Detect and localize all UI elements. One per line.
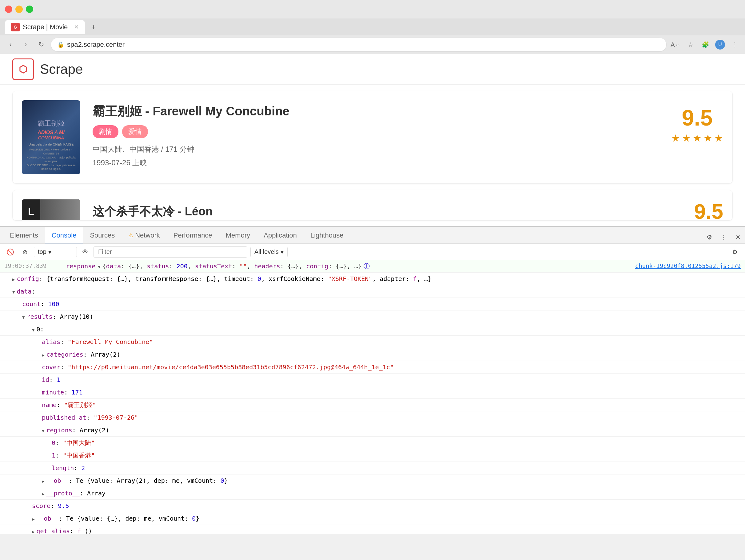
- address-bar: ‹ › ↻ 🔒 spa2.scrape.center A↔ ☆ 🧩 U ⋮: [0, 35, 745, 54]
- categories-key: categories: [46, 349, 83, 360]
- tab-close-button[interactable]: ✕: [74, 24, 79, 30]
- close-button[interactable]: [5, 5, 12, 13]
- console-filename[interactable]: chunk-19c920f8.012555a2.js:179: [635, 261, 741, 271]
- regions-expand-arrow[interactable]: [42, 425, 44, 435]
- movie-card-partial[interactable]: L 这个杀手不太冷 - Léon 9.5: [12, 190, 733, 221]
- translate-icon[interactable]: A↔: [671, 39, 681, 50]
- refresh-button[interactable]: ↻: [36, 39, 47, 50]
- context-selector[interactable]: top ▾: [34, 247, 77, 257]
- devtools-settings-icon[interactable]: ⚙: [702, 231, 716, 243]
- name-text: name: "霸王别姬": [42, 400, 96, 410]
- ob-regions-expand-arrow[interactable]: [42, 476, 44, 486]
- results-expand-arrow[interactable]: [22, 312, 25, 321]
- tab-network[interactable]: ⚠Network: [122, 227, 167, 244]
- proto-expand-arrow[interactable]: [42, 488, 44, 498]
- star-1: ★: [671, 132, 680, 144]
- cover-text: cover: "https://p0.meituan.net/movie/ce4…: [42, 362, 394, 372]
- regions-length-text: length: 2: [52, 463, 85, 473]
- score-text: score: 9.5: [32, 501, 69, 511]
- devtools-close-icon[interactable]: ✕: [731, 231, 745, 243]
- tab-performance[interactable]: Performance: [167, 227, 219, 244]
- traffic-lights: [5, 5, 33, 13]
- console-filter-input[interactable]: [94, 246, 247, 257]
- log-levels-selector[interactable]: All levels ▾: [250, 247, 288, 257]
- config-key: config: [17, 274, 39, 284]
- ob-item-line: __ob__: Te {value: {…}, dep: me, vmCount…: [0, 512, 745, 525]
- browser-window: G Scrape | Movie ✕ + ‹ › ↻ 🔒 spa2.scrape…: [0, 0, 745, 534]
- tab-console[interactable]: Console: [45, 227, 84, 244]
- star-2: ★: [682, 132, 691, 144]
- page-content: ⬡ Scrape 霸王别姬 ADIOS A MI CONCUBINA Una p…: [0, 54, 745, 226]
- results-key: results: [27, 312, 52, 321]
- profile-icon[interactable]: U: [715, 39, 725, 50]
- poster-image: [40, 199, 80, 221]
- filter-icon[interactable]: ⊘: [19, 246, 31, 258]
- item-0-expand-arrow[interactable]: [32, 324, 34, 334]
- ob-item-expand-arrow[interactable]: [32, 514, 34, 523]
- config-line: config: {transformRequest: {…}, transfor…: [0, 273, 745, 285]
- forward-button[interactable]: ›: [20, 39, 31, 50]
- eye-icon[interactable]: 👁: [80, 247, 91, 257]
- rating-partial: 9.5: [694, 199, 723, 221]
- movie-info-partial: 这个杀手不太冷 - Léon: [93, 199, 682, 219]
- star-4: ★: [704, 132, 712, 144]
- regions-colon: : Array(2): [72, 425, 109, 435]
- regions-length-line: length: 2: [0, 462, 745, 474]
- tab-memory[interactable]: Memory: [219, 227, 257, 244]
- movie-tags: 剧情 爱情: [93, 125, 659, 138]
- config-expand-arrow[interactable]: [12, 274, 15, 284]
- tab-elements[interactable]: Elements: [3, 227, 45, 244]
- results-colon: : Array(10): [53, 312, 93, 321]
- alias-line: alias: "Farewell My Concubine": [0, 336, 745, 348]
- console-toolbar: 🚫 ⊘ top ▾ 👁 All levels ▾ ⚙: [0, 244, 745, 260]
- score-line: score: 9.5: [0, 500, 745, 512]
- minimize-button[interactable]: [15, 5, 23, 13]
- item-0-line: 0:: [0, 323, 745, 336]
- config-colon: : {transformRequest: {…}, transformRespo…: [39, 274, 431, 284]
- console-response-line: 19:00:37.839 response {data: {…}, status…: [0, 260, 745, 273]
- active-tab[interactable]: G Scrape | Movie ✕: [5, 20, 85, 34]
- get-alias-text: get alias: f (): [36, 526, 92, 534]
- star-3: ★: [693, 132, 702, 144]
- devtools-more-icon[interactable]: ⋮: [716, 231, 731, 243]
- movie-date: 1993-07-26 上映: [93, 158, 659, 168]
- bookmark-icon[interactable]: ☆: [685, 39, 696, 50]
- movie-title-partial: 这个杀手不太冷 - Léon: [93, 202, 682, 219]
- address-field[interactable]: 🔒 spa2.scrape.center: [51, 38, 666, 52]
- site-header: ⬡ Scrape: [0, 54, 745, 85]
- new-tab-button[interactable]: +: [87, 21, 100, 33]
- console-settings-icon[interactable]: ⚙: [729, 246, 741, 258]
- categories-expand-arrow[interactable]: [42, 349, 44, 360]
- region-1-line: 1: "中国香港": [0, 449, 745, 462]
- minute-text: minute: 171: [42, 387, 83, 397]
- data-expand-arrow[interactable]: [12, 286, 15, 296]
- alias-text: alias: "Farewell My Concubine": [42, 337, 153, 347]
- id-text: id: 1: [42, 375, 60, 384]
- ob-item-text: __ob__: Te {value: {…}, dep: me, vmCount…: [36, 514, 199, 523]
- warning-icon: ⚠: [128, 232, 133, 239]
- levels-chevron-icon: ▾: [281, 248, 284, 256]
- title-bar: [0, 0, 745, 19]
- movie-poster: 霸王别姬 ADIOS A MI CONCUBINA Una pelicula d…: [22, 100, 80, 174]
- name-line: name: "霸王别姬": [0, 399, 745, 411]
- site-name: Scrape: [40, 62, 83, 77]
- data-expand-line: data:: [0, 285, 745, 298]
- tab-lighthouse[interactable]: Lighthouse: [303, 227, 350, 244]
- ob-regions-text: __ob__: Te {value: Array(2), dep: me, vm…: [46, 476, 228, 486]
- count-line: count: 100: [0, 298, 745, 310]
- extensions-icon[interactable]: 🧩: [700, 39, 711, 50]
- console-timestamp: 19:00:37.839: [4, 261, 66, 271]
- expand-arrow-main[interactable]: [98, 261, 100, 271]
- data-colon: :: [32, 286, 35, 296]
- menu-icon[interactable]: ⋮: [730, 39, 740, 50]
- movie-card[interactable]: 霸王别姬 ADIOS A MI CONCUBINA Una pelicula d…: [12, 91, 733, 184]
- rating-score: 9.5: [682, 105, 712, 130]
- proto-text: __proto__: Array: [46, 488, 105, 498]
- devtools-panel: Elements Console Sources ⚠Network Perfor…: [0, 226, 745, 534]
- tab-application[interactable]: Application: [257, 227, 303, 244]
- maximize-button[interactable]: [26, 5, 33, 13]
- back-button[interactable]: ‹: [5, 39, 16, 50]
- get-alias-expand-arrow[interactable]: [32, 526, 34, 534]
- tab-sources[interactable]: Sources: [83, 227, 122, 244]
- clear-console-icon[interactable]: 🚫: [4, 246, 16, 258]
